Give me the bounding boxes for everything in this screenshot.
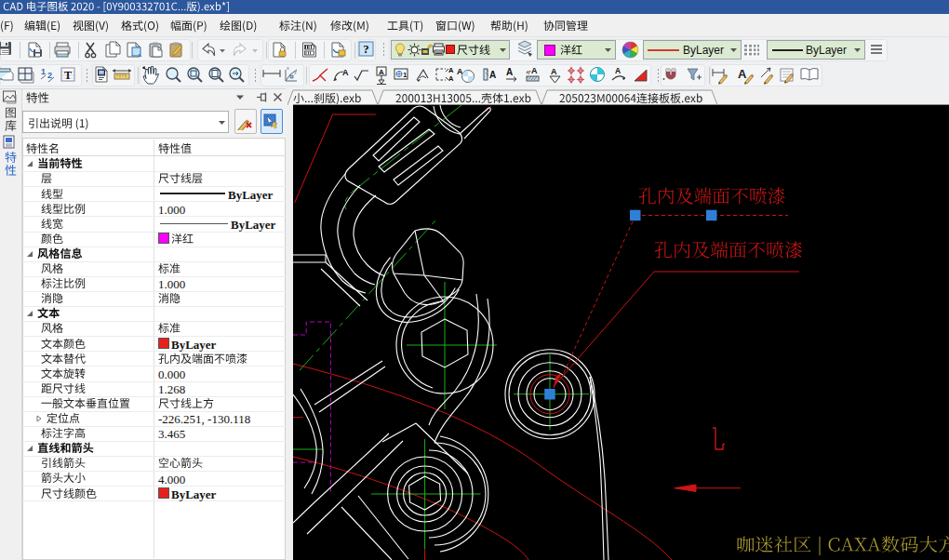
svg-text:A: A bbox=[448, 74, 454, 83]
svg-text:?: ? bbox=[363, 42, 369, 56]
svg-text:A: A bbox=[738, 67, 747, 81]
svg-text:1: 1 bbox=[403, 71, 408, 79]
svg-text:A: A bbox=[531, 66, 538, 75]
svg-text:A: A bbox=[448, 66, 454, 74]
svg-text:A: A bbox=[551, 67, 557, 76]
svg-text:x: x bbox=[287, 66, 289, 71]
svg-text:A: A bbox=[342, 68, 349, 77]
svg-text:y: y bbox=[294, 69, 297, 74]
svg-text:A: A bbox=[379, 68, 384, 76]
svg-text:T: T bbox=[64, 69, 72, 82]
svg-text:1: 1 bbox=[41, 67, 46, 76]
svg-text:A: A bbox=[506, 67, 513, 77]
svg-text:2: 2 bbox=[47, 71, 52, 80]
svg-text:A: A bbox=[615, 66, 621, 75]
svg-text:A: A bbox=[489, 70, 496, 80]
